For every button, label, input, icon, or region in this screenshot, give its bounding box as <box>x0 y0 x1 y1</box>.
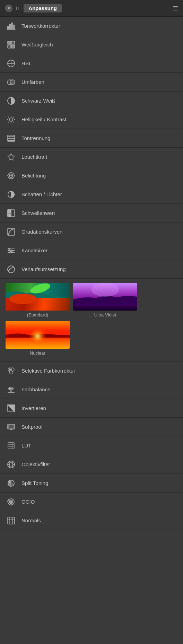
gradient-label-standard: (Standard) <box>27 312 48 317</box>
svg-point-54 <box>9 371 13 374</box>
menu-label-umfarben: Umfärben <box>21 79 44 85</box>
menu-item-invertieren[interactable]: Invertieren <box>0 399 183 418</box>
menu-item-softproof[interactable]: Softproof <box>0 418 183 436</box>
svg-line-22 <box>13 116 14 117</box>
menu-label-belichtung: Belichtung <box>21 173 46 179</box>
menu-item-belichtung[interactable]: Belichtung <box>0 166 183 185</box>
menu-item-splittoning[interactable]: Split Toning <box>0 474 183 493</box>
menu-item-schwellenwert[interactable]: Schwellenwert <box>0 204 183 223</box>
vibrance-icon <box>6 151 17 163</box>
exposure-icon <box>6 170 17 181</box>
svg-marker-28 <box>8 154 15 160</box>
gradient-label-nuclear: Nuclear <box>30 350 45 356</box>
svg-rect-8 <box>11 45 15 48</box>
svg-rect-1 <box>9 24 11 29</box>
gradient-grid: (Standard) Ultra Violet Nuclear <box>6 283 177 356</box>
menu-item-schatten[interactable]: Schatten / Lichter <box>0 185 183 204</box>
lut-icon <box>6 440 17 451</box>
gradientmap-icon <box>6 264 17 275</box>
menu-label-weissabgleich: Weißabgleich <box>21 42 53 47</box>
menu-item-farbbalance[interactable]: Farbbalance <box>0 380 183 399</box>
menu-item-helligkeit[interactable]: Helligkeit / Kontrast <box>0 110 183 129</box>
svg-line-74 <box>12 462 13 463</box>
svg-point-50 <box>10 251 11 253</box>
svg-rect-87 <box>8 517 15 524</box>
menu-label-softproof: Softproof <box>21 424 43 430</box>
menu-item-lut[interactable]: LUT <box>0 436 183 455</box>
panel-title: Anpassung <box>24 4 62 12</box>
bw-icon <box>6 95 17 106</box>
menu-item-selektivefarbkorrektur[interactable]: Selektive Farbkorrektur <box>0 362 183 380</box>
svg-point-86 <box>10 501 12 503</box>
menu-label-lut: LUT <box>21 443 31 449</box>
menu-item-umfarben[interactable]: Umfärben <box>0 73 183 92</box>
menu-label-normals: Normals <box>21 517 41 523</box>
svg-rect-2 <box>11 23 13 29</box>
menu-label-farbbalance: Farbbalance <box>21 386 50 392</box>
softproof-icon <box>6 421 17 433</box>
svg-rect-6 <box>11 41 15 44</box>
levels-icon <box>6 20 17 32</box>
menu-item-hsl[interactable]: HSL <box>0 54 183 73</box>
menu-item-tonwertkorrektur[interactable]: Tonwertkorrektur <box>0 17 183 35</box>
pause-button[interactable]: II <box>16 5 20 11</box>
menu-label-verlaufsumsetzung: Verlaufsumsetzung <box>21 266 66 272</box>
menu-item-verlaufsumsetzung[interactable]: Verlaufsumsetzung <box>0 260 183 279</box>
svg-point-13 <box>10 80 15 85</box>
menu-label-tontrennung: Tontrennung <box>21 135 50 141</box>
svg-point-56 <box>9 388 11 390</box>
menu-item-tontrennung[interactable]: Tontrennung <box>0 129 183 148</box>
menu-item-gradationskurven[interactable]: Gradationskurven <box>0 223 183 241</box>
colorbalance-icon <box>6 384 17 395</box>
menu-item-leuchtkraft[interactable]: Leuchtkraft <box>0 148 183 166</box>
svg-point-80 <box>9 481 10 483</box>
svg-rect-0 <box>7 26 9 29</box>
gradient-item-ultraviolet[interactable]: Ultra Violet <box>73 283 137 317</box>
close-button[interactable]: ✕ <box>5 5 12 12</box>
menu-label-objektivfilter: Objektivfilter <box>21 461 50 467</box>
menu-list-top: Tonwertkorrektur Weißabgleich HSL <box>0 17 183 279</box>
menu-button[interactable]: ☰ <box>173 5 178 12</box>
gradient-item-standard[interactable]: (Standard) <box>6 283 70 317</box>
svg-rect-7 <box>8 45 11 48</box>
svg-rect-5 <box>8 41 11 44</box>
svg-point-72 <box>9 463 13 466</box>
menu-item-ocio[interactable]: OCIO <box>0 493 183 511</box>
menu-item-normals[interactable]: Normals <box>0 511 183 530</box>
menu-item-objektivfilter[interactable]: Objektivfilter <box>0 455 183 474</box>
menu-label-invertieren: Invertieren <box>21 405 46 411</box>
menu-label-tonwertkorrektur: Tonwertkorrektur <box>21 23 60 29</box>
svg-line-73 <box>9 462 10 463</box>
normals-icon <box>6 515 17 526</box>
menu-label-kanalmixer: Kanalmixer <box>21 247 47 253</box>
menu-label-helligkeit: Helligkeit / Kontrast <box>21 116 66 122</box>
header-left: ✕ II Anpassung <box>5 4 62 12</box>
svg-point-57 <box>11 388 14 390</box>
channelmixer-icon <box>6 245 17 256</box>
menu-label-selektivefarbkorrektur: Selektive Farbkorrektur <box>21 368 75 374</box>
gradient-item-nuclear[interactable]: Nuclear <box>6 321 70 356</box>
menu-label-ocio: OCIO <box>21 499 35 505</box>
brightness-icon <box>6 114 17 125</box>
menu-item-schwarzweiss[interactable]: Schwarz-Weiß <box>0 92 183 110</box>
hamburger-icon: ☰ <box>173 5 178 12</box>
lensfilter-icon <box>6 459 17 470</box>
svg-rect-66 <box>8 443 14 449</box>
gradient-thumb-ultraviolet <box>73 283 137 311</box>
selective-icon <box>6 365 17 376</box>
menu-label-splittoning: Split Toning <box>21 480 48 486</box>
header: ✕ II Anpassung ☰ <box>0 0 183 17</box>
curves-icon <box>6 226 17 237</box>
svg-point-15 <box>9 118 13 121</box>
close-icon: ✕ <box>7 6 11 11</box>
pause-icon: II <box>16 5 20 11</box>
recolor-icon <box>6 77 17 88</box>
svg-point-49 <box>11 250 13 251</box>
menu-item-kanalmixer[interactable]: Kanalmixer <box>0 241 183 260</box>
svg-rect-3 <box>14 25 15 29</box>
gradient-thumb-nuclear <box>6 321 70 349</box>
ocio-icon <box>6 496 17 507</box>
posterize-icon <box>6 133 17 144</box>
menu-item-weissabgleich[interactable]: Weißabgleich <box>0 35 183 54</box>
gradient-thumb-standard <box>6 283 70 311</box>
